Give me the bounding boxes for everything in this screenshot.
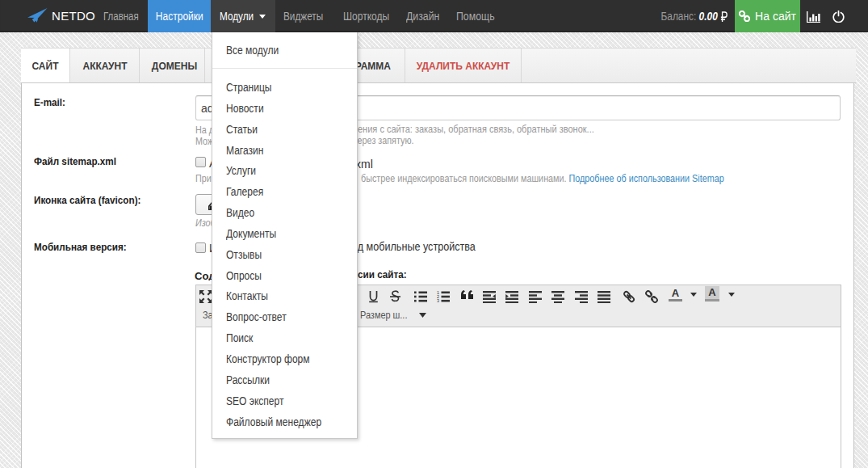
svg-text:3: 3 (437, 298, 439, 303)
